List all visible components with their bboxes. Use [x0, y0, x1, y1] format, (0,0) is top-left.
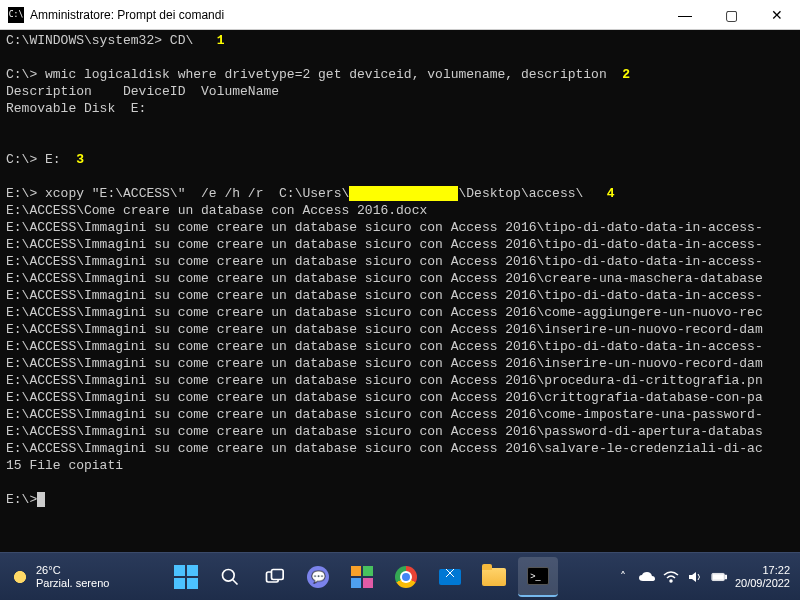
svg-point-0 — [223, 569, 235, 581]
output-line: E:\ACCESS\Immagini su come creare un dat… — [6, 322, 763, 337]
annotation-2: 2 — [622, 67, 630, 82]
prompt: E:\> — [6, 492, 37, 507]
maximize-button[interactable]: ▢ — [708, 0, 754, 30]
output-line: E:\ACCESS\Immagini su come creare un dat… — [6, 220, 763, 235]
weather-desc: Parzial. sereno — [36, 577, 109, 590]
wifi-icon[interactable] — [663, 569, 679, 585]
prompt: C:\> — [6, 152, 45, 167]
system-tray: ˄ 17:22 20/09/2022 — [615, 564, 790, 590]
svg-rect-6 — [725, 575, 727, 579]
svg-point-4 — [670, 580, 672, 582]
weather-icon — [10, 567, 30, 587]
output-line: Description DeviceID VolumeName — [6, 84, 279, 99]
chrome-button[interactable] — [386, 557, 426, 597]
close-button[interactable]: ✕ — [754, 0, 800, 30]
output-line: E:\ACCESS\Immagini su come creare un dat… — [6, 254, 763, 269]
chat-button[interactable]: 💬 — [298, 557, 338, 597]
output-line: E:\ACCESS\Come creare un database con Ac… — [6, 203, 427, 218]
svg-line-1 — [233, 579, 238, 584]
command: \Desktop\access\ — [458, 186, 606, 201]
clock-time: 17:22 — [735, 564, 790, 577]
taskbar-clock[interactable]: 17:22 20/09/2022 — [735, 564, 790, 590]
explorer-button[interactable] — [474, 557, 514, 597]
command: xcopy "E:\ACCESS\" /e /h /r C:\Users\ — [45, 186, 349, 201]
cmd-icon: C:\ — [8, 7, 24, 23]
taskbar: 26°C Parzial. sereno 💬 >_ ˄ 17:22 20/09/… — [0, 552, 800, 600]
battery-icon[interactable] — [711, 569, 727, 585]
taskbar-weather[interactable]: 26°C Parzial. sereno — [10, 564, 109, 590]
output-line: Removable Disk E: — [6, 101, 146, 116]
output-line: E:\ACCESS\Immagini su come creare un dat… — [6, 424, 763, 439]
output-line: E:\ACCESS\Immagini su come creare un dat… — [6, 288, 763, 303]
search-button[interactable] — [210, 557, 250, 597]
volume-icon[interactable] — [687, 569, 703, 585]
window-titlebar: C:\ Amministratore: Prompt dei comandi —… — [0, 0, 800, 30]
command: wmic logicaldisk where drivetype=2 get d… — [45, 67, 622, 82]
weather-temp: 26°C — [36, 564, 109, 577]
output-line: E:\ACCESS\Immagini su come creare un dat… — [6, 356, 763, 371]
cursor: _ — [37, 492, 45, 507]
output-line: E:\ACCESS\Immagini su come creare un dat… — [6, 271, 763, 286]
command: CD\ — [170, 33, 217, 48]
annotation-1: 1 — [217, 33, 225, 48]
taskview-button[interactable] — [254, 557, 294, 597]
prompt: C:\> — [6, 67, 45, 82]
output-line: E:\ACCESS\Immagini su come creare un dat… — [6, 305, 763, 320]
svg-rect-7 — [713, 574, 724, 579]
tray-chevron-icon[interactable]: ˄ — [615, 569, 631, 585]
output-line: E:\ACCESS\Immagini su come creare un dat… — [6, 373, 763, 388]
taskbar-center: 💬 >_ — [166, 557, 558, 597]
svg-rect-3 — [272, 569, 284, 579]
mail-button[interactable] — [430, 557, 470, 597]
onedrive-icon[interactable] — [639, 569, 655, 585]
annotation-4: 4 — [607, 186, 615, 201]
clock-date: 20/09/2022 — [735, 577, 790, 590]
terminal-output[interactable]: C:\WINDOWS\system32> CD\ 1 C:\> wmic log… — [0, 30, 800, 530]
widgets-button[interactable] — [342, 557, 382, 597]
output-line: E:\ACCESS\Immagini su come creare un dat… — [6, 390, 763, 405]
start-button[interactable] — [166, 557, 206, 597]
output-line: E:\ACCESS\Immagini su come creare un dat… — [6, 339, 763, 354]
redacted-username: xxxxxxxxxxxxxx — [349, 186, 458, 201]
output-line: E:\ACCESS\Immagini su come creare un dat… — [6, 407, 763, 422]
command: E: — [45, 152, 76, 167]
output-summary: 15 File copiati — [6, 458, 123, 473]
window-title: Amministratore: Prompt dei comandi — [30, 8, 662, 22]
cmd-button[interactable]: >_ — [518, 557, 558, 597]
output-line: E:\ACCESS\Immagini su come creare un dat… — [6, 441, 763, 456]
minimize-button[interactable]: — — [662, 0, 708, 30]
prompt: E:\> — [6, 186, 45, 201]
output-line: E:\ACCESS\Immagini su come creare un dat… — [6, 237, 763, 252]
prompt: C:\WINDOWS\system32> — [6, 33, 170, 48]
annotation-3: 3 — [76, 152, 84, 167]
